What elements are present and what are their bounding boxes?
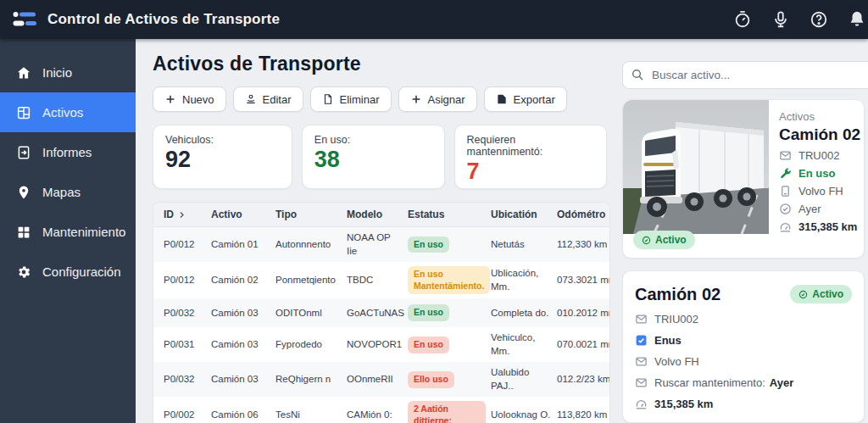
sidebar-item-label: Mapas (42, 185, 81, 199)
button-label: Editar (263, 93, 292, 106)
table-row[interactable]: P0/032Camión 03ODITOnmlGoACTuNASEn usoCo… (153, 298, 609, 327)
export-icon (496, 93, 508, 105)
timer-icon[interactable] (733, 10, 752, 29)
home-icon (16, 65, 31, 81)
gauge-icon (635, 398, 648, 410)
cell-ubicacion: Ublicación, Mm. (491, 267, 557, 293)
cell-activo: Camión 03 (211, 373, 275, 387)
cell-odometro: 070.0021 mm (557, 338, 610, 352)
info-row: Ruscar mantenimento: Ayer (635, 376, 852, 389)
edit-icon (245, 93, 257, 105)
column-label: ID (164, 209, 174, 220)
column-header-modelo[interactable]: Modelo (347, 209, 408, 220)
gauge-icon (779, 220, 792, 233)
assets-icon (16, 105, 31, 120)
microphone-icon[interactable] (771, 10, 790, 29)
plus-icon (164, 93, 176, 105)
cell-modelo: NOVOPOR1 (347, 338, 408, 352)
topbar-actions (733, 10, 856, 29)
wrench-icon (779, 167, 792, 180)
sidebar-item-activos[interactable]: Activos (0, 92, 136, 132)
stat-label: En uso: (314, 134, 432, 146)
exportar-button[interactable]: Exportar (484, 86, 567, 112)
column-header-estatus[interactable]: Estatus (408, 209, 491, 220)
cell-estatus: 2 Aatión dittierne: (408, 401, 491, 423)
column-label: Tipo (275, 209, 297, 220)
envelope-icon (635, 376, 648, 389)
cell-estatus: Ello uso (408, 371, 491, 388)
status-badge: 2 Aatión dittierne: (408, 401, 486, 423)
stat-card-mantenimiento: Requieren mantennimentó: 7 (454, 125, 607, 189)
table-row[interactable]: P0/031Camión 03FyprodedoNOVOPOR1En usoVe… (153, 327, 609, 362)
doc-icon (779, 185, 792, 198)
cell-tipo: Ponmetqiento (275, 274, 347, 287)
column-label: Ubicatión (491, 209, 537, 220)
info-text: TRU002 (798, 149, 839, 162)
main-content: Activos de Transporte NuevoEditarElimina… (136, 39, 617, 423)
cell-estatus: En uso (408, 237, 491, 253)
button-label: Eliminar (340, 93, 380, 106)
button-label: Exportar (514, 93, 555, 106)
sidebar: InicioActivosInformesMapasMantenimientoC… (0, 39, 136, 423)
editar-button[interactable]: Editar (233, 86, 303, 112)
bell-icon[interactable] (848, 10, 866, 29)
sidebar-item-informes[interactable]: Informes (0, 132, 136, 172)
info-text: Ruscar mantenimento: (654, 376, 765, 389)
cell-estatus: En uso (408, 337, 491, 353)
info-row: Ayer (779, 203, 860, 215)
assets-table: IDActivoTipoModeloEstatusUbicatiónOdómét… (153, 202, 610, 423)
stat-value: 38 (314, 147, 432, 173)
cell-ubicacion: Completa do. (491, 307, 557, 320)
cell-odometro: 113,820 km (557, 409, 609, 422)
table-body: P0/012Camión 01AutonnnentoNOAA OP IieEn … (153, 227, 609, 423)
sidebar-item-label: Activos (42, 105, 83, 120)
stat-label: Requieren mantennimentó: (467, 134, 594, 158)
nuevo-button[interactable]: Nuevo (153, 86, 226, 112)
stat-card-en-uso: En uso: 38 (302, 125, 445, 189)
status-badge: En uso (408, 304, 449, 321)
column-header-odómétro[interactable]: Odómétro (557, 209, 605, 220)
badge-label: Activo (812, 288, 843, 300)
column-header-activo[interactable]: Activo (211, 209, 275, 220)
info-text: 315,385 km (798, 220, 857, 233)
table-row[interactable]: P0/002Camión 06TesNiCAMión 0:2 Aatión di… (153, 397, 609, 423)
sidebar-item-inicio[interactable]: Inicio (0, 53, 136, 92)
cell-modelo: NOAA OP Iie (347, 231, 408, 258)
column-header-tipo[interactable]: Tipo (275, 209, 347, 220)
column-header-ubicatión[interactable]: Ubicatión (491, 209, 557, 220)
table-row[interactable]: P0/012Camión 02PonmetqientoTBDCEn uso Ma… (153, 262, 609, 298)
cell-activo: Camión 01 (211, 238, 275, 252)
info-row: Volvo FH (779, 185, 860, 198)
status-badge: En uso Mantentämiento. (408, 266, 490, 294)
featured-asset-card[interactable]: Activos Camión 02 TRU002En usoVolvo FHAy… (622, 99, 865, 259)
info-row: 315,385 km (635, 398, 852, 410)
help-icon[interactable] (810, 10, 828, 29)
search-box (622, 61, 868, 89)
table-row[interactable]: P0/032Camión 03ReQhigern nOOnmeRIlEllo u… (153, 362, 609, 397)
eliminar-button[interactable]: Eliminar (310, 86, 392, 112)
info-text: 315,385 km (654, 398, 713, 410)
cell-tipo: TesNi (275, 409, 347, 422)
app-logo-icon (12, 9, 37, 30)
status-badge: En uso (408, 337, 449, 353)
check-circle-icon (779, 203, 792, 215)
report-icon (16, 145, 31, 160)
search-input[interactable] (622, 61, 868, 89)
asignar-button[interactable]: Asignar (398, 86, 477, 112)
cell-tipo: ReQhigern n (275, 373, 347, 387)
checkbox-icon (635, 334, 648, 347)
sidebar-item-mapas[interactable]: Mapas (0, 172, 136, 212)
column-label: Activo (211, 209, 242, 220)
sidebar-item-configuración[interactable]: Configuración (0, 252, 136, 292)
cell-id: P0/012 (164, 238, 211, 252)
toolbar: NuevoEditarEliminarAsignarExportar (153, 86, 607, 112)
topbar: Control de Activos de Transporte (0, 0, 868, 39)
cell-odometro: 112,330 km (557, 238, 609, 252)
table-row[interactable]: P0/012Camión 01AutonnnentoNOAA OP IieEn … (153, 227, 609, 262)
sidebar-item-label: Inicio (42, 65, 72, 80)
column-header-id[interactable]: ID (164, 209, 211, 220)
sidebar-item-mantenimiento[interactable]: Mantenimiento (0, 212, 136, 252)
cell-estatus: En uso (408, 304, 491, 321)
cell-odometro: 012.2/23 km (557, 373, 610, 387)
info-text: En uso (798, 167, 835, 180)
